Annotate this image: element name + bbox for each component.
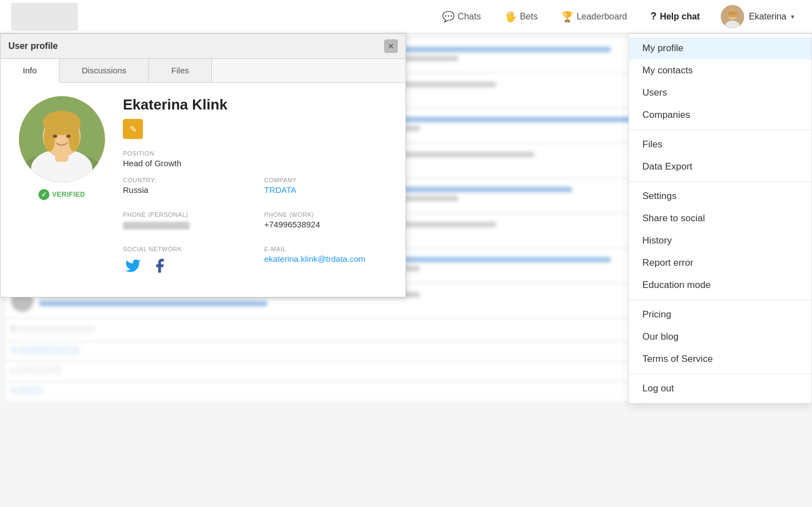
position-label: POSITION — [123, 150, 389, 157]
nav-items: 💬 Chats 🖐 Bets 🏆 Leaderboard ? Help chat — [433, 6, 709, 27]
dropdown-menu: My profile My contacts Users Companies F… — [628, 33, 812, 404]
company-label: COMPANY — [264, 177, 389, 183]
dropdown-item-education-mode[interactable]: Education mode — [629, 274, 811, 296]
social-icons — [123, 256, 247, 276]
dropdown-arrow-icon: ▾ — [791, 13, 794, 21]
nav-help-chat[interactable]: ? Help chat — [641, 6, 709, 27]
edit-profile-button[interactable]: ✎ — [123, 119, 143, 139]
field-social: SOCIAL NETWORK — [123, 246, 247, 276]
phone-personal-value — [123, 222, 190, 230]
field-phone-work: PHONE (WORK) +74996538924 — [264, 211, 389, 238]
dropdown-item-pricing[interactable]: Pricing — [629, 304, 811, 326]
profile-name: Ekaterina Klink — [123, 96, 389, 113]
dropdown-item-files[interactable]: Files — [629, 133, 811, 156]
logo[interactable] — [11, 3, 78, 31]
dropdown-item-our-blog[interactable]: Our blog — [629, 326, 811, 348]
field-phone-personal: PHONE (PERSONAL) — [123, 211, 247, 238]
tab-discussions[interactable]: Discussions — [60, 59, 149, 82]
nav-leaderboard[interactable]: 🏆 Leaderboard — [552, 6, 636, 27]
modal-title: User profile — [8, 41, 58, 51]
profile-right: Ekaterina Klink ✎ POSITION Head of Growt… — [123, 96, 389, 284]
svg-point-11 — [68, 124, 80, 152]
dropdown-item-my-contacts[interactable]: My contacts — [629, 59, 811, 82]
profile-left: ✓ VERIFIED — [17, 96, 106, 284]
svg-point-12 — [53, 135, 57, 138]
field-country: COUNTRY: Russia — [123, 177, 247, 203]
profile-photo — [19, 96, 105, 182]
dropdown-section-4: Pricing Our blog Terms of Service — [629, 300, 811, 374]
chats-label: Chats — [458, 12, 481, 22]
modal-close-button[interactable]: ✕ — [384, 39, 398, 53]
phone-personal-label: PHONE (PERSONAL) — [123, 211, 247, 218]
company-value[interactable]: TRDATA — [264, 185, 389, 195]
dropdown-item-data-export[interactable]: Data Export — [629, 156, 811, 178]
dropdown-item-history[interactable]: History — [629, 230, 811, 252]
email-value[interactable]: ekaterina.klink@trdata.com — [264, 254, 389, 264]
verified-icon: ✓ — [38, 189, 49, 200]
tab-info[interactable]: Info — [1, 59, 60, 83]
country-value: Russia — [123, 185, 247, 195]
navbar: 💬 Chats 🖐 Bets 🏆 Leaderboard ? Help chat — [0, 0, 812, 33]
edit-icon: ✎ — [130, 124, 137, 135]
phone-work-value: +74996538924 — [264, 220, 389, 229]
help-chat-label: Help chat — [660, 12, 700, 22]
tab-files[interactable]: Files — [149, 59, 212, 82]
social-label: SOCIAL NETWORK — [123, 246, 247, 252]
dropdown-item-terms[interactable]: Terms of Service — [629, 348, 811, 370]
dropdown-item-my-profile[interactable]: My profile — [629, 37, 811, 59]
leaderboard-label: Leaderboard — [577, 12, 627, 22]
verified-badge: ✓ VERIFIED — [38, 189, 85, 200]
position-value: Head of Growth — [123, 158, 389, 168]
svg-point-10 — [44, 124, 55, 152]
user-name: Ekaterina — [749, 12, 786, 22]
profile-fields-grid: COUNTRY: Russia COMPANY TRDATA PHONE (PE… — [123, 177, 389, 284]
dropdown-section-5: Log out — [629, 374, 811, 403]
dropdown-item-share-social[interactable]: Share to social — [629, 207, 811, 230]
field-position: POSITION Head of Growth — [123, 150, 389, 168]
dropdown-item-report-error[interactable]: Report error — [629, 252, 811, 274]
twitter-icon[interactable] — [123, 256, 143, 276]
field-email: E-MAIL ekaterina.klink@trdata.com — [264, 246, 389, 276]
country-label: COUNTRY: — [123, 177, 247, 183]
facebook-icon[interactable] — [150, 256, 170, 276]
svg-point-13 — [66, 135, 71, 138]
dropdown-item-settings[interactable]: Settings — [629, 185, 811, 207]
dropdown-section-1: My profile My contacts Users Companies — [629, 34, 811, 130]
modal-tabs: Info Discussions Files — [1, 59, 405, 83]
chats-icon: 💬 — [442, 11, 454, 23]
user-avatar — [721, 5, 744, 28]
phone-work-label: PHONE (WORK) — [264, 211, 389, 218]
bets-label: Bets — [520, 12, 538, 22]
verified-label: VERIFIED — [52, 191, 85, 198]
dropdown-section-3: Settings Share to social History Report … — [629, 182, 811, 300]
help-chat-icon: ? — [650, 11, 656, 22]
modal-header: User profile ✕ — [1, 34, 405, 59]
nav-chats[interactable]: 💬 Chats — [433, 6, 490, 27]
user-menu-trigger[interactable]: Ekaterina ▾ — [714, 3, 801, 31]
dropdown-item-log-out[interactable]: Log out — [629, 377, 811, 400]
leaderboard-icon: 🏆 — [561, 11, 573, 23]
dropdown-item-users[interactable]: Users — [629, 82, 811, 104]
dropdown-item-companies[interactable]: Companies — [629, 104, 811, 126]
email-label: E-MAIL — [264, 246, 389, 252]
bets-icon: 🖐 — [504, 11, 517, 23]
dropdown-section-2: Files Data Export — [629, 130, 811, 182]
modal-body: ✓ VERIFIED Ekaterina Klink ✎ POSITION He… — [1, 83, 405, 297]
user-profile-modal: User profile ✕ Info Discussions Files — [0, 33, 406, 297]
nav-bets[interactable]: 🖐 Bets — [496, 6, 547, 27]
field-company: COMPANY TRDATA — [264, 177, 389, 203]
main-content: B ░░░░░░░░░░░░░░░ V ░░░░░░░░░░░░ ( ░░░░░… — [0, 33, 812, 507]
